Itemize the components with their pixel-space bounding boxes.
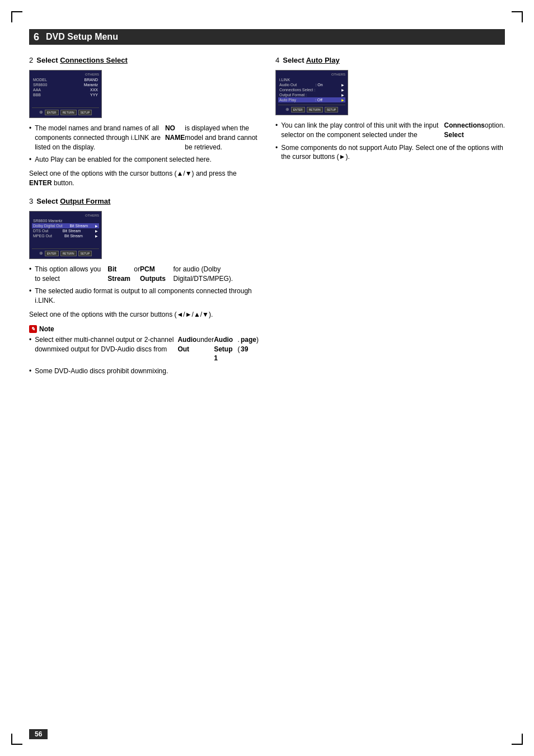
corner-mark-bl [11, 734, 22, 745]
screen2-row3: BBB YYY [32, 92, 99, 97]
section3-title-bold: Output Format [60, 197, 110, 205]
chapter-number: 6 [34, 31, 39, 43]
note-header: ✎ Note [29, 325, 259, 333]
note-icon: ✎ [29, 325, 37, 333]
section4-header: 4 Select Auto Play [275, 56, 505, 64]
screen2-row-header: MODEL BRAND [32, 77, 99, 82]
screen3-others-label: OTHERS [32, 214, 99, 217]
section3-header: 3 Select Output Format [29, 197, 259, 205]
screen4-row-ilink: i.LINK [278, 77, 345, 82]
section3-bullet2: The selected audio format is output to a… [29, 287, 259, 306]
screen4-row1: Audio Out : On ▶ [278, 82, 345, 87]
section4-bullets: You can link the play control of this un… [275, 121, 505, 162]
note-bullets: Select either multi-channel output or 2-… [29, 335, 259, 376]
screen3-buttons: ⊕ ENTER RETURN SETUP [32, 248, 99, 256]
section3-num: 3 [29, 197, 33, 205]
screen-mockup-section3: OTHERS SR8600 Marantz Dolby Digital Out … [29, 211, 102, 259]
page-number: 56 [29, 729, 48, 739]
screen4-btn-enter: ENTER [291, 107, 305, 112]
screen3-btn-setup: SETUP [78, 251, 92, 256]
chapter-header: 6 DVD Setup Menu [29, 29, 505, 45]
section2-bullet1: The model names and brand names of all c… [29, 124, 259, 152]
screen2-others-label: OTHERS [32, 73, 99, 76]
screen3-btn-enter: ENTER [45, 251, 59, 256]
screen4-row4: Auto Play : Off ▶ [278, 97, 345, 102]
two-column-layout: 2 Select Connections Select OTHERS MODEL… [29, 45, 505, 381]
screen3-row2: DTS Out Bit Stream ▶ [32, 228, 99, 233]
screen4-row2: Connections Select : ▶ [278, 87, 345, 92]
screen2-btn-enter: ENTER [45, 110, 59, 115]
note-bullet1: Select either multi-channel output or 2-… [29, 335, 259, 363]
section4-title-bold: Auto Play [306, 56, 340, 64]
section2-header: 2 Select Connections Select [29, 56, 259, 64]
screen2-row2: AAA XXX [32, 87, 99, 92]
screen2-btn-return: RETURN [60, 110, 77, 115]
right-column: 4 Select Auto Play OTHERS i.LINK Audio O… [275, 56, 505, 381]
screen2-row1: SR8600 Marantz [32, 82, 99, 87]
screen3-row-header: SR8600 Marantz [32, 218, 99, 223]
screen4-others-label: OTHERS [278, 73, 345, 76]
section3-bullet1: This option allows you to select Bit Str… [29, 265, 259, 284]
screen-mockup-section4: OTHERS i.LINK Audio Out : On ▶ Connectio… [275, 70, 348, 115]
screen4-row3: Output Format : ▶ [278, 92, 345, 97]
screen2-buttons: ⊕ ENTER RETURN SETUP [32, 107, 99, 115]
section4-title: Select Auto Play [283, 56, 339, 64]
screen3-cursor: ⊕ [39, 251, 43, 256]
corner-mark-tr [512, 11, 523, 22]
chapter-title: DVD Setup Menu [46, 32, 118, 42]
screen4-btn-setup: SETUP [325, 107, 339, 112]
section2-title-bold: Connections Select [60, 56, 128, 64]
screen3-row3: MPEG Out Bit Stream ▶ [32, 233, 99, 238]
note-label: Note [39, 325, 54, 333]
corner-mark-tl [11, 11, 22, 22]
section4-num: 4 [275, 56, 279, 64]
left-column: 2 Select Connections Select OTHERS MODEL… [29, 56, 259, 381]
section2-num: 2 [29, 56, 33, 64]
section4-bullet2: Some components do not support Auto Play… [275, 143, 505, 162]
section2-instruction: Select one of the options with the curso… [29, 169, 259, 188]
screen3-row1: Dolby Digital Out Bit Stream ▶ [32, 223, 99, 228]
section2-bullets: The model names and brand names of all c… [29, 124, 259, 165]
screen4-btn-return: RETURN [307, 107, 323, 112]
screen2-btn-setup: SETUP [78, 110, 92, 115]
section2-bullet2: Auto Play can be enabled for the compone… [29, 155, 259, 165]
section3-title: Select Output Format [36, 197, 110, 205]
section3-bullets: This option allows you to select Bit Str… [29, 265, 259, 306]
note-box: ✎ Note Select either multi-channel outpu… [29, 325, 259, 376]
screen2-cursor: ⊕ [39, 110, 43, 115]
screen3-btn-return: RETURN [60, 251, 77, 256]
corner-mark-br [512, 734, 523, 745]
screen4-buttons: ⊕ ENTER RETURN SETUP [278, 105, 345, 112]
screen4-cursor: ⊕ [285, 107, 289, 112]
note-bullet2: Some DVD-Audio discs prohibit downmixing… [29, 367, 259, 376]
main-content: 2 Select Connections Select OTHERS MODEL… [29, 45, 505, 727]
section4-bullet1: You can link the play control of this un… [275, 121, 505, 140]
section2-title: Select Connections Select [36, 56, 128, 64]
section3-instruction: Select one of the options with the curso… [29, 310, 259, 320]
screen-mockup-section2: OTHERS MODEL BRAND SR8600 Marantz AAA XX… [29, 70, 102, 118]
